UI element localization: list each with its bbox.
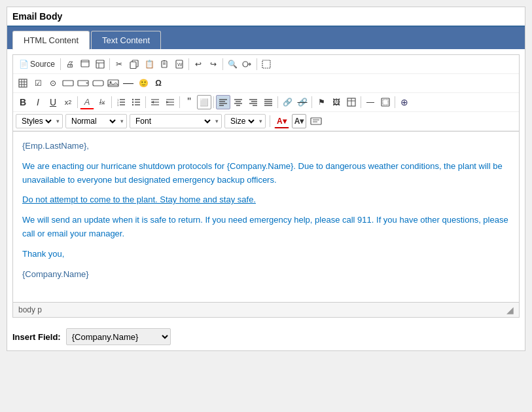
styles-select[interactable]: Styles bbox=[19, 115, 54, 128]
content-line6: {Company.Name} bbox=[22, 268, 510, 282]
bg-color-label: A bbox=[294, 117, 300, 126]
image-button-btn[interactable] bbox=[106, 76, 120, 90]
sep bbox=[188, 58, 189, 70]
preview-button[interactable] bbox=[78, 57, 92, 71]
status-path: body p bbox=[18, 305, 42, 314]
format-extra-button[interactable] bbox=[309, 114, 323, 128]
sep bbox=[77, 96, 78, 108]
svg-rect-66 bbox=[311, 118, 321, 124]
svg-marker-44 bbox=[166, 101, 169, 103]
insert-field-select[interactable]: {Company.Name} {Emp.LastName} {Emp.First… bbox=[66, 328, 171, 345]
ordered-list-button[interactable]: 1.2.3. bbox=[114, 95, 128, 109]
normal-select[interactable]: Normal Heading 1 Heading 2 bbox=[69, 115, 118, 128]
iframe-button[interactable] bbox=[378, 95, 393, 109]
bg-color-button[interactable]: A▾ bbox=[292, 114, 307, 128]
select-all-button[interactable] bbox=[259, 57, 274, 71]
size-select-container[interactable]: Size 8101214 ▾ bbox=[224, 114, 266, 128]
font-select-container[interactable]: Font Arial Times New Roman ▾ bbox=[130, 114, 222, 128]
styles-select-container[interactable]: Styles ▾ bbox=[16, 114, 63, 128]
svg-point-36 bbox=[132, 104, 133, 105]
replace-button[interactable] bbox=[240, 57, 255, 71]
tabs-bar: HTML Content Text Content bbox=[7, 27, 525, 49]
sep bbox=[213, 96, 214, 108]
blockquote-button[interactable]: " bbox=[182, 95, 196, 109]
select-button[interactable] bbox=[76, 76, 90, 90]
source-icon: 📄 bbox=[19, 60, 29, 69]
email-body-section: Email Body HTML Content Text Content 📄 S… bbox=[7, 7, 525, 351]
size-arrow: ▾ bbox=[259, 118, 262, 124]
svg-rect-13 bbox=[262, 60, 270, 68]
sep bbox=[311, 96, 312, 108]
find-button[interactable]: 🔍 bbox=[225, 57, 239, 71]
sep bbox=[179, 96, 180, 108]
content-line2: We are enacting our hurricane shutdown p… bbox=[22, 160, 510, 187]
print-button[interactable]: 🖨 bbox=[63, 57, 77, 71]
email-body-title: Email Body bbox=[7, 7, 525, 27]
link-button[interactable]: 🔗 bbox=[280, 95, 294, 109]
paste-word-button[interactable]: W bbox=[172, 57, 186, 71]
paste-text-button[interactable] bbox=[157, 57, 171, 71]
font-arrow: ▾ bbox=[215, 118, 219, 124]
remove-format-button[interactable]: Ix bbox=[95, 95, 109, 109]
editor-content[interactable]: {Emp.LastName}, We are enacting our hurr… bbox=[13, 132, 519, 302]
hr-button[interactable]: — bbox=[121, 76, 135, 90]
normal-select-container[interactable]: Normal Heading 1 Heading 2 ▾ bbox=[65, 114, 127, 128]
bold-button[interactable]: B bbox=[16, 95, 30, 109]
smiley-button[interactable]: 🙂 bbox=[136, 76, 151, 90]
font-color-button[interactable]: A▾ bbox=[274, 114, 289, 128]
svg-rect-14 bbox=[19, 79, 27, 87]
align-center-button[interactable] bbox=[231, 95, 245, 109]
content-line1: {Emp.LastName}, bbox=[22, 140, 510, 153]
sep bbox=[257, 58, 257, 70]
resize-handle[interactable]: ◢ bbox=[506, 305, 514, 315]
svg-marker-40 bbox=[151, 101, 154, 103]
textfield-button[interactable] bbox=[61, 76, 75, 90]
show-blocks-button[interactable]: ⊕ bbox=[397, 95, 412, 109]
text-color-button[interactable]: A bbox=[80, 95, 94, 109]
image-insert-button[interactable]: 🖼 bbox=[329, 95, 344, 109]
undo-button[interactable]: ↩ bbox=[191, 57, 205, 71]
hline2-button[interactable]: — bbox=[363, 95, 378, 109]
size-select[interactable]: Size 8101214 bbox=[228, 115, 257, 128]
toolbar: 📄 Source 🖨 ✂ 📋 bbox=[13, 55, 519, 132]
svg-rect-23 bbox=[108, 80, 118, 86]
paste-button[interactable]: 📋 bbox=[142, 57, 156, 71]
font-select[interactable]: Font Arial Times New Roman bbox=[133, 115, 213, 128]
align-right-button[interactable] bbox=[246, 95, 260, 109]
superscript-button[interactable]: x2 bbox=[61, 95, 75, 109]
insert-table-button[interactable] bbox=[16, 76, 30, 90]
toolbar-row-3: B I U x2 A Ix 1.2.3. bbox=[13, 93, 519, 112]
normal-arrow: ▾ bbox=[120, 118, 124, 124]
underline-button[interactable]: U bbox=[46, 95, 60, 109]
redo-button[interactable]: ↪ bbox=[206, 57, 221, 71]
font-color-label: A bbox=[277, 117, 283, 126]
templates-button[interactable] bbox=[93, 57, 107, 71]
svg-point-12 bbox=[243, 62, 248, 67]
align-left-button[interactable] bbox=[216, 95, 230, 109]
svg-rect-0 bbox=[81, 60, 89, 67]
indent-button[interactable] bbox=[163, 95, 177, 109]
status-bar: body p ◢ bbox=[13, 302, 519, 317]
unordered-list-button[interactable] bbox=[129, 95, 143, 109]
radio-button[interactable]: ⊙ bbox=[46, 76, 60, 90]
outdent-button[interactable] bbox=[148, 95, 162, 109]
source-button[interactable]: 📄 Source bbox=[16, 57, 58, 71]
checkbox-button[interactable]: ☑ bbox=[31, 76, 45, 90]
editor-container: 📄 Source 🖨 ✂ 📋 bbox=[12, 54, 520, 318]
sep bbox=[222, 58, 223, 70]
special-char-button[interactable]: Ω bbox=[151, 76, 166, 90]
align-justify-button[interactable] bbox=[261, 95, 275, 109]
cut-button[interactable]: ✂ bbox=[112, 57, 126, 71]
tab-html-content[interactable]: HTML Content bbox=[12, 31, 90, 50]
anchor-button[interactable]: ⚑ bbox=[314, 95, 328, 109]
sep bbox=[395, 96, 395, 108]
tab-text-content[interactable]: Text Content bbox=[91, 31, 161, 49]
copy-button[interactable] bbox=[127, 57, 141, 71]
svg-point-34 bbox=[132, 99, 133, 100]
button-element-button[interactable] bbox=[91, 76, 105, 90]
svg-marker-21 bbox=[86, 83, 88, 84]
table3-button[interactable] bbox=[344, 95, 359, 109]
div-button[interactable]: ⬜ bbox=[197, 95, 211, 109]
italic-button[interactable]: I bbox=[31, 95, 45, 109]
unlink-button[interactable]: 🔗 bbox=[295, 95, 310, 109]
